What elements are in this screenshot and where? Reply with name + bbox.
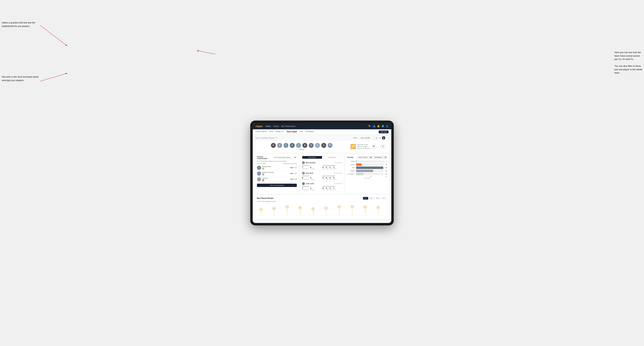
edit-icon[interactable]: ✏️ bbox=[276, 137, 278, 139]
lb-score: 18/20 bbox=[290, 173, 294, 174]
gold-badge: 1 bbox=[262, 168, 264, 170]
nav-home[interactable]: Home bbox=[266, 125, 271, 127]
streaks-tab-arg[interactable]: ARG bbox=[375, 197, 380, 199]
practice-leaderboards-card: Practice Leaderboards PUTT Must Make Put… bbox=[255, 154, 298, 193]
svg-line-2 bbox=[198, 51, 215, 54]
shot-yds-circle: 16 yds bbox=[371, 144, 376, 149]
streaks-tab-app[interactable]: APP bbox=[369, 197, 374, 199]
player-act-name: Rees Britt bbox=[302, 172, 313, 174]
shot-zero-circle: 0 yds bbox=[380, 144, 385, 149]
shot-badge: 198 SG bbox=[350, 144, 356, 149]
sort-icon[interactable]: ↕ bbox=[386, 136, 389, 140]
x-axis-label: Total Shots bbox=[347, 177, 387, 179]
players-and-shot-row: R E C B J M T A S P Players bbox=[255, 141, 389, 152]
drill-subtitle: PUTT Must Make Putting (3-6 ft), Last 3 … bbox=[257, 161, 297, 162]
avatar[interactable]: B bbox=[290, 143, 295, 148]
users-icon[interactable]: 👥 bbox=[373, 125, 376, 127]
player-mini-avatar bbox=[302, 161, 305, 164]
player-act-header: Josh Coles 26 Aug 2023 bbox=[302, 182, 342, 185]
bar-container bbox=[356, 163, 384, 166]
nav-logo: clippd bbox=[256, 125, 262, 128]
nav-links: Home Teams My Performance bbox=[266, 125, 368, 127]
streak-point: 3x bbox=[364, 205, 367, 216]
avatar[interactable]: J bbox=[296, 143, 301, 148]
streak-dot: 3x bbox=[376, 206, 380, 209]
streak-point: 3x bbox=[376, 206, 380, 215]
avatar[interactable]: E bbox=[277, 143, 282, 148]
avatar[interactable]: R bbox=[271, 143, 276, 148]
lb-avatar bbox=[257, 177, 261, 181]
annotation-bottom-left: See who is the most and least active amo… bbox=[2, 75, 40, 82]
time-range-select[interactable]: Last 3 months bbox=[359, 137, 373, 139]
settings-icon[interactable]: ⚙️ bbox=[382, 125, 384, 127]
streaks-subtitle: Off The Tee, Fairway Accuracy bbox=[257, 201, 387, 202]
avatar-icon[interactable]: 👤 bbox=[386, 125, 388, 127]
team-title: Team Clippd | 14 Players bbox=[255, 137, 274, 139]
lb-player-name: Cameron... bbox=[262, 177, 289, 179]
subnav-tour[interactable]: Tour bbox=[300, 131, 303, 133]
lb-avg: 107 bbox=[294, 173, 297, 174]
lb-avatar bbox=[257, 172, 261, 176]
scoring-title: Scoring bbox=[347, 156, 353, 158]
streak-stem bbox=[313, 210, 313, 216]
annotation-top-left: Select a practice drill and see the lead… bbox=[2, 21, 40, 28]
ipad-frame: clippd Home Teams My Performance 🔍 👥 🔔 ⚙… bbox=[250, 121, 394, 225]
scoring-header: Scoring Par 3, 4 & 5s All Players bbox=[347, 156, 387, 159]
avatar[interactable]: C bbox=[284, 143, 288, 148]
streaks-tabs: OTT APP ARG PUTT bbox=[363, 197, 387, 199]
show-filter: Show: Last 3 months ⊞ ☰ ▦ ↕ bbox=[353, 136, 389, 140]
subnav-pgat[interactable]: PGAT Players bbox=[256, 131, 266, 133]
player-act-name: Josh Coles bbox=[302, 182, 314, 185]
total-rounds-col: Total Rounds 7 Tournament 2 Practice bbox=[302, 186, 322, 190]
subnav-pga[interactable]: PGA bbox=[269, 131, 273, 133]
main-content: Team Clippd | 14 Players ✏️ Show: Last 3… bbox=[253, 135, 391, 223]
practice-activities-col: Total Practice Activities 0OTT 0APP 0ARG… bbox=[322, 165, 342, 170]
add-team-button[interactable]: Add Team bbox=[379, 131, 388, 133]
avatar[interactable]: T bbox=[309, 143, 314, 148]
search-icon[interactable]: 🔍 bbox=[368, 125, 371, 127]
bar-fill bbox=[356, 160, 356, 163]
avatar[interactable]: P bbox=[328, 143, 332, 148]
most-active-card: Most Active Least Active Blair McHarg 26… bbox=[300, 154, 344, 193]
tab-least-active[interactable]: Least Active bbox=[322, 156, 342, 159]
nav-my-performance[interactable]: My Performance bbox=[282, 125, 296, 127]
svg-line-1 bbox=[40, 73, 66, 81]
lb-score: 17/20 bbox=[290, 178, 294, 180]
par-filter-select[interactable]: Par 3, 4 & 5s bbox=[357, 156, 372, 159]
tab-most-active[interactable]: Most Active bbox=[302, 156, 322, 159]
avatar[interactable]: M bbox=[302, 143, 307, 148]
svg-line-0 bbox=[40, 25, 66, 45]
list-view-icon[interactable]: ☰ bbox=[378, 136, 382, 140]
lb-row: Edward Crossman 2 18/20 107 bbox=[257, 171, 297, 176]
avatar[interactable]: A bbox=[315, 143, 320, 148]
bar-fill bbox=[356, 163, 362, 166]
lb-avg: 110 bbox=[294, 167, 297, 169]
player-act-name: Blair McHarg bbox=[302, 161, 316, 164]
drill-select[interactable]: PUTT Must Make Putting... bbox=[273, 156, 297, 159]
streak-stem bbox=[365, 209, 366, 216]
view-icons: ⊞ ☰ ▦ ↕ bbox=[375, 136, 389, 140]
streak-point: 4x bbox=[351, 205, 354, 215]
three-column-grid: Practice Leaderboards PUTT Must Make Put… bbox=[255, 154, 389, 193]
subnav-all-players[interactable]: All Players bbox=[306, 131, 314, 133]
lb-avatar bbox=[257, 166, 261, 170]
grid-view-icon[interactable]: ⊞ bbox=[375, 136, 378, 140]
practice-activities-col: Total Practice Activities 0OTT 0APP 0ARG… bbox=[322, 175, 342, 180]
bell-icon[interactable]: 🔔 bbox=[377, 125, 380, 127]
players-avatars: R E C B J M T A S P bbox=[271, 143, 332, 148]
streaks-tab-ott[interactable]: OTT bbox=[363, 197, 368, 199]
players-filter-select[interactable]: All Players bbox=[373, 156, 387, 159]
streaks-tab-putt[interactable]: PUTT bbox=[381, 197, 387, 199]
bar-container bbox=[356, 173, 383, 175]
streak-point: 5x bbox=[312, 207, 315, 216]
subnav-hcaps[interactable]: Hcaps 1-5 bbox=[276, 131, 284, 133]
lb-avg: 103 bbox=[294, 178, 297, 180]
streak-stem bbox=[300, 209, 300, 215]
nav-teams[interactable]: Teams bbox=[273, 125, 279, 127]
view-full-leaderboard-button[interactable]: View Full Leaderboard bbox=[257, 184, 297, 187]
streak-dot: 4x bbox=[351, 205, 354, 208]
avatar[interactable]: S bbox=[321, 143, 326, 148]
bar-label: Pars bbox=[347, 167, 355, 169]
card-view-icon[interactable]: ▦ bbox=[382, 136, 385, 140]
subnav-team-clippd[interactable]: Team Clippd bbox=[286, 131, 297, 133]
